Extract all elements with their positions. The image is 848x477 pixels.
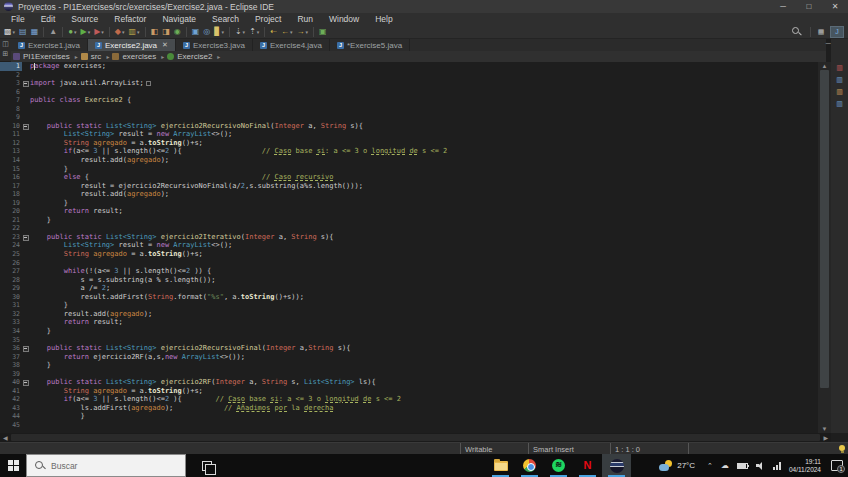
network-signal-icon[interactable] — [773, 462, 781, 470]
new-wizard-icon[interactable]: ▩▾ — [2, 26, 17, 38]
breadcrumb-item-pi1exercises[interactable]: PI1Exercises — [13, 52, 70, 61]
menu-search[interactable]: Search — [204, 14, 247, 24]
minimized-view-3-icon[interactable]: ▥ — [835, 87, 844, 96]
lamp-icon[interactable] — [839, 445, 845, 453]
fold-gutter — [22, 182, 30, 191]
java-perspective-icon[interactable]: J — [830, 26, 844, 38]
java-file-icon: J — [260, 42, 267, 49]
tab-exercise3java[interactable]: JExercise3.java — [176, 39, 253, 51]
weather-widget[interactable]: 27°C — [659, 460, 695, 472]
breadcrumb-item-exercise2[interactable]: Exercise2 — [167, 52, 212, 61]
tab-exercise5java[interactable]: J*Exercise5.java — [330, 39, 410, 51]
tab-exercise2java[interactable]: JExercise2.java✕ — [88, 39, 176, 51]
new-java-project-icon[interactable]: ◧ — [149, 26, 161, 38]
vertical-scrollbar-thumb[interactable] — [820, 70, 829, 388]
previous-annotation-icon[interactable]: ⇡▾ — [247, 26, 261, 38]
speaker-icon[interactable] — [756, 462, 765, 470]
menu-source[interactable]: Source — [63, 14, 106, 24]
save-icon[interactable]: ▤ — [17, 26, 29, 38]
taskbar-spotify-button[interactable]: ≋ — [544, 454, 573, 477]
tab-exercise1java[interactable]: JExercise1.java — [11, 39, 88, 51]
horizontal-scrollbar-thumb[interactable] — [11, 434, 821, 441]
minimized-view-1-icon[interactable]: ▥ — [835, 63, 844, 72]
menu-help[interactable]: Help — [367, 14, 400, 24]
taskbar-search-input[interactable]: Buscar — [26, 454, 186, 477]
breadcrumb-item-exercises[interactable]: exercises — [112, 52, 156, 61]
restore-left-view-2-icon[interactable]: ⊞ — [3, 50, 9, 58]
code-text: public static List<String> ejercicio2RF(… — [30, 378, 376, 387]
code-line: 25 String agregado = a.toString()+s; — [0, 250, 818, 259]
close-button[interactable]: ✕ — [822, 0, 848, 13]
next-annotation-icon[interactable]: ⇣▾ — [233, 26, 247, 38]
minimize-view-button[interactable]: ─ — [826, 40, 831, 48]
mark-occurrences-icon[interactable]: ▊▾ — [212, 26, 226, 38]
code-text: } — [30, 165, 68, 174]
search-icon[interactable]: ◎ — [201, 26, 212, 38]
minimized-view-4-icon[interactable]: ▥ — [835, 99, 844, 108]
open-task-icon[interactable]: ▣ — [190, 26, 202, 38]
scroll-down-icon[interactable]: ▼ — [822, 425, 828, 433]
menu-refactor[interactable]: Refactor — [106, 14, 154, 24]
menu-project[interactable]: Project — [247, 14, 289, 24]
menu-file[interactable]: File — [3, 14, 33, 24]
status-bar: Writable Smart Insert 1 : 1 : 0 — [0, 442, 848, 454]
forward-icon[interactable]: →▾ — [295, 26, 311, 38]
restore-left-view-1-icon[interactable]: ◫ — [2, 40, 9, 48]
line-number: 9 — [0, 113, 22, 122]
fold-toggle-icon[interactable] — [22, 378, 30, 387]
taskbar-eclipse-button[interactable] — [602, 454, 631, 477]
code-line: 34 } — [0, 327, 818, 336]
code-line: 18 result.add(agregado); — [0, 190, 818, 199]
menu-run[interactable]: Run — [289, 14, 321, 24]
scroll-right-icon[interactable]: ▶ — [820, 434, 831, 441]
pin-editor-icon[interactable]: ▣ — [317, 26, 329, 38]
taskbar-chrome-button[interactable] — [515, 454, 544, 477]
menu-navigate[interactable]: Navigate — [154, 14, 204, 24]
maximize-button[interactable]: □ — [796, 0, 822, 13]
new-package-icon[interactable]: ◨ — [160, 26, 172, 38]
tab-close-icon[interactable]: ✕ — [162, 41, 168, 49]
clock[interactable]: 19:11 04/11/2024 — [789, 458, 821, 474]
line-number: 44 — [0, 412, 22, 421]
menu-window[interactable]: Window — [321, 14, 367, 24]
code-line: 13 if(a<= 3 || s.length()<=2 ){ // Caso … — [0, 147, 818, 156]
new-class-icon[interactable]: ◉ — [172, 26, 183, 38]
tab-exercise4java[interactable]: JExercise4.java — [253, 39, 330, 51]
line-number: 11 — [0, 130, 22, 139]
fold-toggle-icon[interactable] — [22, 344, 30, 353]
onedrive-cloud-icon[interactable]: ☁ — [721, 461, 729, 470]
open-perspective-icon[interactable]: ▦ — [814, 26, 828, 38]
taskbar-netflix-button[interactable]: N — [573, 454, 602, 477]
fold-toggle-icon[interactable] — [22, 122, 30, 131]
code-line: 45 — [0, 421, 818, 430]
search-icon[interactable] — [792, 27, 801, 36]
minimized-view-2-icon[interactable]: ▥ — [835, 75, 844, 84]
external-tools-icon[interactable]: ◆▾ — [113, 26, 127, 38]
task-view-button[interactable] — [194, 454, 220, 477]
last-edit-location-icon[interactable]: ⇠ — [268, 26, 279, 38]
scroll-up-icon[interactable]: ▲ — [822, 62, 828, 70]
fold-toggle-icon[interactable] — [22, 233, 30, 242]
breadcrumb-item-src[interactable]: src — [81, 52, 102, 61]
run-icon[interactable]: ▶▾ — [78, 26, 92, 38]
save-all-icon[interactable]: ▦ — [29, 26, 41, 38]
vertical-scrollbar[interactable]: ▲ ▼ — [818, 62, 831, 433]
profile-icon[interactable]: ▶▾ — [92, 26, 106, 38]
fold-toggle-icon[interactable] — [22, 79, 30, 88]
build-icon[interactable]: ▲ — [47, 26, 59, 38]
notification-center-icon[interactable]: 1 — [831, 460, 843, 471]
scroll-left-icon[interactable]: ◀ — [0, 434, 11, 441]
breadcrumb-label: PI1Exercises — [23, 52, 70, 61]
coverage-icon[interactable]: ▥▾ — [127, 26, 142, 38]
menu-edit[interactable]: Edit — [33, 14, 64, 24]
battery-icon[interactable] — [737, 463, 748, 469]
start-button[interactable] — [0, 454, 26, 477]
hidden-icons-chevron-icon[interactable]: ⌃ — [707, 462, 713, 470]
code-editor[interactable]: 1package exercises;23import java.util.Ar… — [0, 62, 818, 433]
back-icon[interactable]: ←▾ — [279, 26, 295, 38]
horizontal-scrollbar[interactable]: ◀ ▶ — [0, 433, 831, 442]
debug-icon[interactable]: ●▾ — [66, 26, 78, 38]
taskbar-file-explorer-button[interactable] — [486, 454, 515, 477]
minimize-button[interactable]: ─ — [770, 0, 796, 13]
date: 04/11/2024 — [789, 466, 821, 474]
